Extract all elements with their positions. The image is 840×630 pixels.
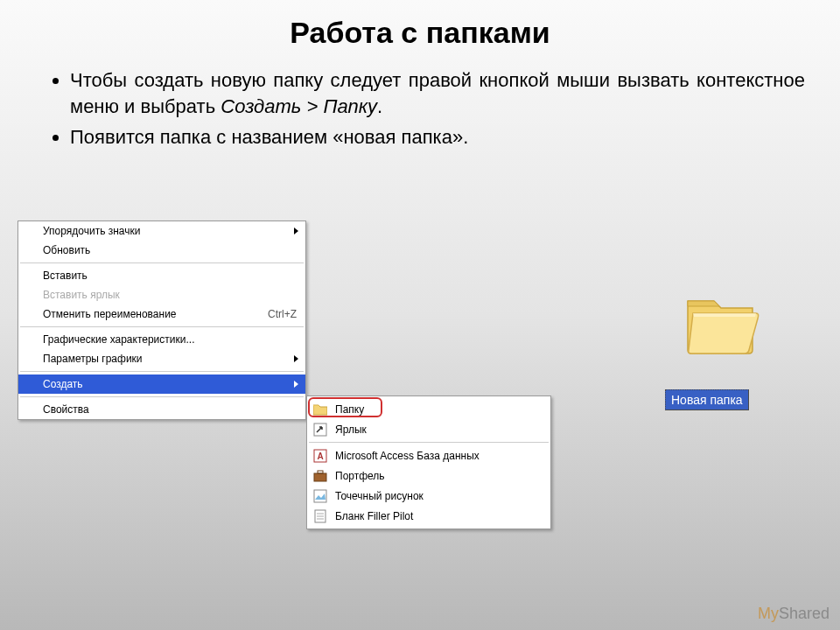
new-folder-icon[interactable] <box>682 289 761 362</box>
separator <box>309 442 549 443</box>
label: Портфель <box>335 470 385 482</box>
menu-undo-rename[interactable]: Отменить переименование Ctrl+Z <box>18 304 305 324</box>
submenu-shortcut[interactable]: Ярлык <box>307 419 550 439</box>
submenu-briefcase[interactable]: Портфель <box>307 466 550 486</box>
submenu-folder[interactable]: Папку <box>307 399 550 419</box>
menu-create[interactable]: Создать <box>18 374 305 394</box>
separator <box>20 396 304 397</box>
label: Графические характеристики... <box>43 333 194 346</box>
bullet-1: Чтобы создать новую папку следует правой… <box>70 67 805 119</box>
svg-rect-4 <box>318 471 323 473</box>
menu-properties[interactable]: Свойства <box>18 400 305 419</box>
submenu-arrow-icon <box>294 228 298 234</box>
label: Ярлык <box>335 424 367 436</box>
context-menu: Упорядочить значки Обновить Вставить Вст… <box>18 220 306 420</box>
text-italic: Создать > Папку <box>220 95 377 117</box>
watermark: MyShared <box>758 605 830 623</box>
menu-refresh[interactable]: Обновить <box>18 241 305 260</box>
label: Обновить <box>43 244 90 256</box>
label: Точечный рисунок <box>335 490 424 502</box>
submenu-filler-pilot[interactable]: Бланк Filler Pilot <box>307 506 550 526</box>
label: Папку <box>335 403 364 416</box>
label: Отменить переименование <box>43 308 177 320</box>
submenu-arrow-icon <box>294 381 298 388</box>
label: Вставить <box>43 270 88 282</box>
text: Чтобы создать новую папку следует правой… <box>70 69 805 117</box>
shortcut: Ctrl+Z <box>268 308 297 320</box>
text: My <box>758 605 779 622</box>
label: Microsoft Access База данных <box>335 450 480 462</box>
label: Параметры графики <box>43 353 143 365</box>
submenu-bitmap[interactable]: Точечный рисунок <box>307 486 550 506</box>
separator <box>20 262 304 263</box>
instruction-list: Чтобы создать новую папку следует правой… <box>48 67 805 150</box>
bitmap-icon <box>312 488 328 504</box>
separator <box>20 371 304 372</box>
create-submenu: Папку Ярлык A Microsoft Access База данн… <box>306 396 551 529</box>
menu-graphics-props[interactable]: Графические характеристики... <box>18 330 305 349</box>
label: Вставить ярлык <box>43 289 120 301</box>
separator <box>20 326 304 327</box>
folder-icon <box>312 402 328 417</box>
menu-graphics-params[interactable]: Параметры графики <box>18 349 305 368</box>
new-folder-name-field[interactable]: Новая папка <box>665 389 749 410</box>
label: Свойства <box>43 403 89 416</box>
briefcase-icon <box>312 468 328 484</box>
label: Бланк Filler Pilot <box>335 510 413 522</box>
menu-paste-shortcut: Вставить ярлык <box>18 285 305 304</box>
menu-paste[interactable]: Вставить <box>18 266 305 285</box>
label: Упорядочить значки <box>43 225 141 237</box>
shortcut-icon <box>312 422 328 438</box>
access-icon: A <box>312 448 328 464</box>
label: Создать <box>43 378 83 390</box>
submenu-access[interactable]: A Microsoft Access База данных <box>307 445 550 466</box>
bullet-2: Появится папка с названием «новая папка»… <box>70 124 805 150</box>
text: . <box>377 95 382 117</box>
submenu-arrow-icon <box>294 355 298 362</box>
svg-rect-3 <box>314 473 326 481</box>
text: Shared <box>779 605 830 622</box>
menu-arrange-icons[interactable]: Упорядочить значки <box>18 221 305 241</box>
svg-text:A: A <box>317 452 323 461</box>
page-title: Работа с папками <box>0 0 840 50</box>
form-icon <box>312 508 328 524</box>
